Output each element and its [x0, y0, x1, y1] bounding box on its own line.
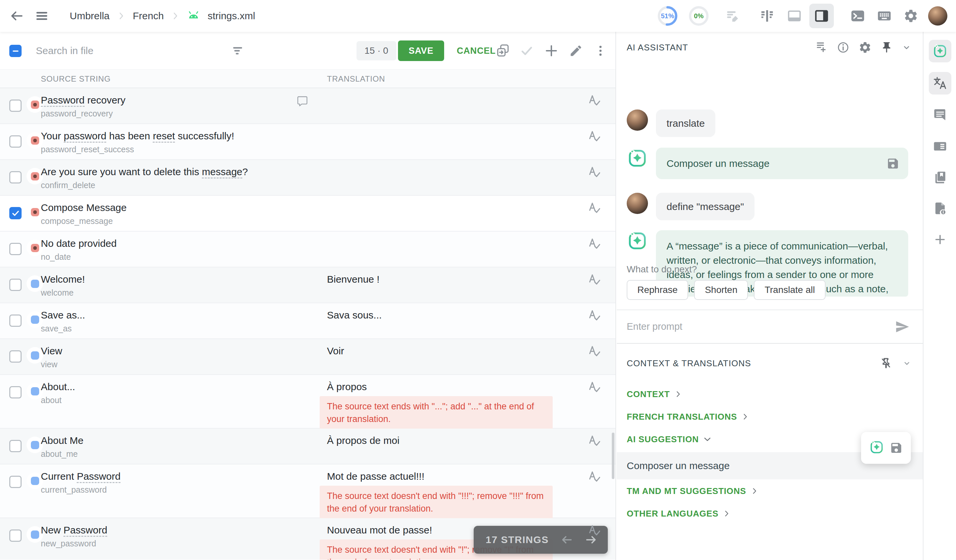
search-input[interactable]: Search in file — [36, 32, 93, 70]
translate-row-button[interactable] — [588, 344, 603, 361]
source-string-text[interactable]: Compose Message — [41, 201, 126, 214]
rail-glossary-button[interactable] — [929, 166, 951, 189]
translation-status-icon[interactable] — [588, 309, 603, 324]
translate-row-button[interactable] — [588, 165, 603, 182]
edit-button[interactable] — [568, 42, 584, 59]
string-row[interactable]: View view Voir — [0, 339, 615, 375]
scrollbar-thumb[interactable] — [612, 433, 615, 479]
menu-button[interactable] — [33, 7, 51, 25]
source-string-text[interactable]: Welcome! — [41, 273, 85, 286]
save-suggestion-icon[interactable] — [890, 441, 903, 455]
save-message-button[interactable] — [886, 157, 899, 174]
more-options-button[interactable] — [592, 42, 609, 59]
string-row[interactable]: Save as... save_as Sava sous... — [0, 303, 615, 339]
view-mode-list-button[interactable] — [755, 4, 779, 28]
section-other-languages[interactable]: OTHER LANGUAGES — [627, 503, 730, 524]
settings-button[interactable] — [901, 7, 920, 25]
back-button[interactable] — [7, 7, 26, 25]
translation-text[interactable]: À propos de moi — [327, 434, 399, 447]
select-all-checkbox[interactable] — [9, 45, 22, 57]
copy-source-button[interactable] — [495, 42, 511, 59]
approve-button[interactable] — [519, 42, 535, 59]
row-checkbox[interactable] — [9, 315, 22, 327]
previous-page-icon[interactable] — [560, 533, 573, 546]
rail-translation-card-button[interactable] — [929, 135, 951, 158]
apply-ai-suggestion-button[interactable] — [869, 439, 884, 456]
row-checkbox[interactable] — [9, 99, 22, 112]
translation-status-icon[interactable] — [588, 94, 603, 109]
context-collapse-chevron-icon[interactable] — [902, 359, 912, 368]
translate-row-button[interactable] — [588, 380, 603, 397]
translate-row-button[interactable] — [588, 201, 603, 218]
string-row[interactable]: About Me about_me À propos de moi — [0, 428, 615, 464]
rail-file-info-button[interactable] — [929, 197, 951, 220]
source-string-text[interactable]: View — [41, 344, 62, 358]
row-checkbox[interactable] — [9, 529, 22, 542]
keyboard-shortcuts-button[interactable] — [875, 7, 894, 25]
translate-row-button[interactable] — [588, 309, 603, 325]
view-mode-bottom-button[interactable] — [782, 4, 807, 28]
translate-row-button[interactable] — [588, 94, 603, 110]
source-string-text[interactable]: Are you sure you want to delete this mes… — [41, 165, 248, 179]
translate-row-button[interactable] — [588, 237, 603, 253]
string-row[interactable]: No date provided no_date — [0, 232, 615, 267]
rail-translate-button[interactable] — [929, 72, 951, 94]
assistant-settings-icon[interactable] — [859, 41, 872, 54]
source-string-text[interactable]: Current Password — [41, 470, 121, 483]
row-checkbox[interactable] — [9, 350, 22, 362]
translated-progress[interactable]: 51% — [656, 4, 679, 28]
translation-text[interactable]: Voir — [327, 344, 344, 358]
string-row[interactable]: Current Password current_password Mot de… — [0, 464, 615, 518]
rail-comments-button[interactable] — [929, 103, 951, 126]
collapse-chevron-icon[interactable] — [901, 42, 912, 52]
terminal-button[interactable] — [848, 7, 867, 25]
section-french-translations[interactable]: FRENCH TRANSLATIONS — [627, 406, 749, 427]
translation-text[interactable]: Sava sous... — [327, 309, 382, 322]
section-ai-suggestion[interactable]: AI SUGGESTION — [627, 428, 711, 450]
new-conversation-icon[interactable] — [814, 41, 828, 54]
string-row[interactable]: Password recovery password_recovery — [0, 88, 615, 124]
glossary-term[interactable]: reset — [153, 130, 175, 143]
row-checkbox[interactable] — [9, 386, 22, 398]
translation-text[interactable]: Mot de passe actuel!!! — [327, 470, 425, 483]
comment-icon[interactable] — [296, 95, 308, 107]
user-avatar[interactable] — [928, 6, 947, 25]
source-string-text[interactable]: Your password has been reset successfull… — [41, 129, 234, 143]
row-checkbox[interactable] — [9, 207, 22, 219]
view-mode-side-button[interactable] — [809, 4, 834, 28]
translation-status-icon[interactable] — [588, 237, 603, 252]
comment-indicator[interactable] — [296, 95, 308, 108]
source-string-text[interactable]: Save as... — [41, 309, 85, 322]
send-icon[interactable] — [895, 320, 910, 334]
translate-row-button[interactable] — [588, 434, 603, 450]
translation-text[interactable]: À propos — [327, 380, 367, 394]
row-checkbox[interactable] — [9, 440, 22, 452]
add-string-button[interactable] — [543, 42, 560, 59]
prompt-input[interactable]: Enter prompt — [627, 321, 682, 332]
translation-status-icon[interactable] — [588, 524, 603, 539]
translation-status-icon[interactable] — [588, 434, 603, 449]
translation-text[interactable]: Bienvenue ! — [327, 273, 379, 286]
section-context[interactable]: CONTEXT — [627, 384, 682, 405]
string-row[interactable]: Are you sure you want to delete this mes… — [0, 160, 615, 196]
machine-translation-button[interactable] — [724, 7, 742, 25]
translate-row-button[interactable] — [588, 129, 603, 146]
source-string-text[interactable]: About... — [41, 380, 75, 394]
info-icon[interactable] — [836, 41, 850, 54]
translation-status-icon[interactable] — [588, 380, 603, 395]
filter-button[interactable] — [229, 42, 246, 59]
string-row[interactable]: Welcome! welcome Bienvenue ! — [0, 267, 615, 303]
glossary-term[interactable]: Password — [63, 524, 107, 537]
row-checkbox[interactable] — [9, 135, 22, 147]
source-string-text[interactable]: About Me — [41, 434, 83, 447]
row-checkbox[interactable] — [9, 171, 22, 184]
assistant-action-shorten[interactable]: Shorten — [694, 280, 748, 300]
translation-status-icon[interactable] — [588, 165, 603, 180]
source-string-text[interactable]: No date provided — [41, 237, 117, 250]
translation-status-icon[interactable] — [588, 129, 603, 145]
source-string-text[interactable]: New Password — [41, 524, 107, 537]
translation-status-icon[interactable] — [588, 344, 603, 359]
save-button[interactable]: SAVE — [398, 41, 444, 61]
glossary-term[interactable]: Password — [41, 94, 85, 107]
string-row[interactable]: About... about À propos The source text … — [0, 375, 615, 428]
